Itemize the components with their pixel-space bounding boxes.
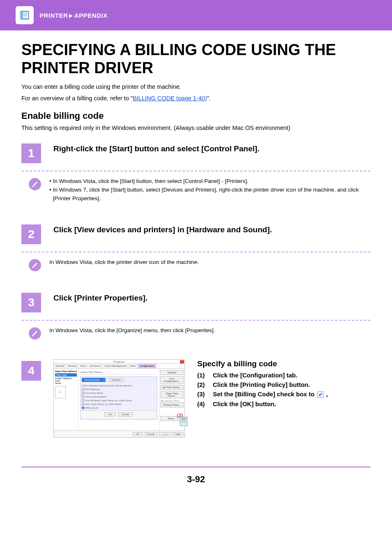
step-1: 1 Right-click the [Start] button and sel… — [21, 143, 371, 203]
instruction-2: (2)Click the [Printing Policy] button. — [197, 381, 328, 388]
footer-rule — [21, 467, 371, 467]
preview-thumb: 1 — [55, 386, 66, 398]
instruction-3: (3)Set the [Billing Code] check box to ✔… — [197, 391, 328, 398]
step-title: Click [View devices and printers] in [Ha… — [53, 224, 272, 234]
svg-rect-1 — [23, 12, 28, 18]
section-subnote: This setting is required only in the Win… — [21, 125, 371, 131]
svg-rect-8 — [181, 421, 186, 422]
step-number: 3 — [21, 293, 41, 312]
step-number: 2 — [21, 224, 41, 244]
section-heading: Enable billing code — [21, 111, 371, 121]
note-icon — [29, 327, 41, 340]
screenshot: (1) (2) (3) (4) Properties General Shari… — [53, 359, 185, 438]
note-body: In Windows Vista, click the printer driv… — [49, 258, 199, 267]
step-2: 2 Click [View devices and printers] in [… — [21, 224, 371, 271]
page-number: 3-92 — [0, 474, 392, 485]
step-number: 1 — [21, 143, 41, 163]
page-title: SPECIFYING A BILLING CODE USING THE PRIN… — [21, 41, 371, 77]
step-4: 4 (1) (2) (3) (4) Properties General Sha… — [21, 361, 371, 438]
step4-heading: Specify a billing code — [197, 359, 328, 368]
checkbox-on-icon: ✔ — [317, 391, 324, 398]
note-body: •In Windows Vista, click the [Start] but… — [49, 177, 371, 203]
billing-code-link[interactable]: BILLING CODE (page 1-40) — [133, 95, 207, 102]
note-icon — [29, 178, 41, 190]
intro-text-1: You can enter a billing code using the p… — [21, 83, 371, 92]
svg-rect-7 — [181, 420, 186, 421]
svg-rect-6 — [181, 418, 186, 419]
breadcrumb-bar: PRINTER►APPENDIX — [0, 0, 392, 30]
breadcrumb: PRINTER►APPENDIX — [39, 12, 107, 19]
step-title: Right-click the [Start] button and selec… — [53, 143, 259, 153]
instruction-1: (1)Click the [Configuration] tab. — [197, 372, 328, 379]
intro-text-2: For an overview of a billing code, refer… — [21, 94, 371, 103]
step-title: Click [Printer Properties]. — [53, 293, 148, 303]
printer-icon — [16, 6, 34, 24]
step-3: 3 Click [Printer Properties]. In Windows… — [21, 293, 371, 340]
note-body: In Windows Vista, click the [Organize] m… — [49, 326, 215, 335]
note-icon — [29, 259, 41, 271]
step-number: 4 — [21, 361, 41, 381]
instruction-4: (4)Click the [OK] button. — [197, 400, 328, 407]
